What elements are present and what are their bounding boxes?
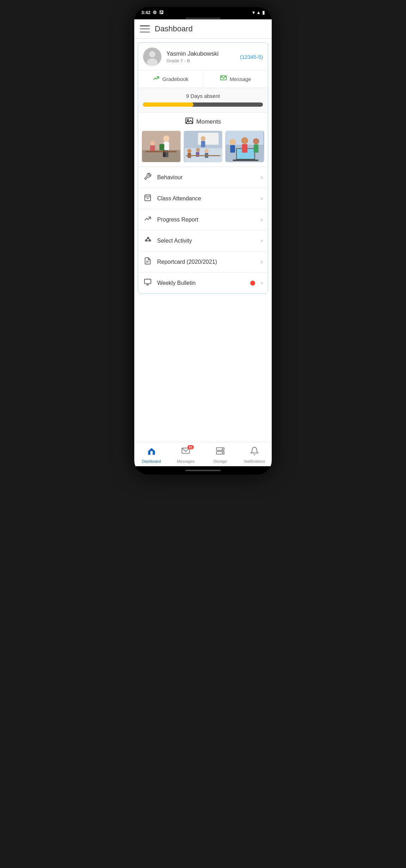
progress-report-label: Progress Report <box>157 217 258 223</box>
svg-rect-36 <box>242 144 248 152</box>
settings-icon: ⚙ <box>153 10 157 15</box>
moments-section: Moments <box>138 113 268 167</box>
gradebook-label: Gradebook <box>162 76 189 82</box>
bell-icon <box>250 447 259 458</box>
svg-point-8 <box>163 136 170 142</box>
moments-label: Moments <box>196 118 221 125</box>
message-icon <box>220 75 227 83</box>
class-attendance-icon <box>143 194 152 203</box>
weekly-bulletin-icon <box>143 278 152 288</box>
messages-badge-container: 61 <box>181 447 190 458</box>
svg-point-1 <box>149 51 155 57</box>
moment-photo-2[interactable] <box>184 131 223 162</box>
weekly-bulletin-label: Weekly Bulletin <box>157 280 250 286</box>
messages-badge: 61 <box>187 445 194 449</box>
student-card: Yasmin Jakubowski Grade 7 - B (12345-5) … <box>138 42 268 294</box>
battery-icon: ▮ <box>262 10 265 15</box>
dashboard-nav-label: Dashboard <box>142 459 161 463</box>
message-label: Message <box>230 76 251 82</box>
absence-text: 9 Days absent <box>143 93 263 99</box>
gradebook-icon <box>153 75 160 83</box>
reportcard-label: Reportcard (2020/2021) <box>157 259 258 265</box>
progress-report-icon <box>143 215 152 224</box>
weekly-bulletin-chevron: › <box>261 279 263 287</box>
bottom-nav: Dashboard 61 Messages <box>134 442 272 466</box>
behaviour-label: Behaviour <box>157 174 258 181</box>
svg-point-25 <box>204 149 209 153</box>
student-info: Yasmin Jakubowski Grade 7 - B <box>166 50 240 63</box>
notifications-nav-label: Notifications <box>244 459 265 463</box>
svg-point-37 <box>253 138 259 145</box>
avatar <box>143 48 161 66</box>
absence-progress-bar <box>143 102 263 107</box>
svg-point-56 <box>222 452 223 453</box>
moment-photo-1[interactable] <box>142 131 181 162</box>
svg-rect-32 <box>233 160 258 161</box>
moments-title: Moments <box>142 117 264 126</box>
absence-progress-fill <box>143 102 193 107</box>
menu-item-select-activity[interactable]: Select Activity › <box>138 230 268 251</box>
svg-point-55 <box>222 449 223 449</box>
moment-photo-3[interactable] <box>225 131 264 162</box>
reportcard-chevron: › <box>261 258 263 266</box>
svg-rect-49 <box>144 279 151 284</box>
reportcard-icon <box>143 257 152 267</box>
actions-row: Gradebook Message <box>138 70 268 88</box>
gradebook-button[interactable]: Gradebook <box>138 70 203 88</box>
class-attendance-label: Class Attendance <box>157 195 258 202</box>
nav-item-messages[interactable]: 61 Messages <box>169 445 203 465</box>
moments-icon <box>185 117 193 126</box>
svg-rect-9 <box>164 142 169 150</box>
svg-rect-12 <box>159 144 164 150</box>
behaviour-chevron: › <box>261 174 263 181</box>
top-bar: Dashboard <box>134 19 272 39</box>
student-grade: Grade 7 - B <box>166 58 240 63</box>
storage-nav-label: Storage <box>213 459 227 463</box>
behaviour-icon <box>143 173 152 182</box>
student-id: (12345-5) <box>240 54 263 60</box>
phone-bottom-bar <box>134 466 272 475</box>
mail-icon <box>181 448 190 457</box>
status-bar: 3:42 ⚙ 🖫 ▾ ▲ ▮ <box>134 7 272 17</box>
menu-button[interactable] <box>140 25 150 32</box>
nav-item-notifications[interactable]: Notifications <box>238 445 272 465</box>
menu-item-weekly-bulletin[interactable]: Weekly Bulletin › <box>138 273 268 293</box>
progress-report-chevron: › <box>261 216 263 223</box>
home-indicator <box>185 470 221 471</box>
student-header: Yasmin Jakubowski Grade 7 - B (12345-5) <box>138 43 268 70</box>
phone-shell: 3:42 ⚙ 🖫 ▾ ▲ ▮ Dashboard <box>134 7 272 475</box>
svg-rect-34 <box>230 145 235 153</box>
wifi-icon: ▾ <box>252 10 255 15</box>
svg-rect-27 <box>186 155 220 156</box>
storage-icon <box>216 447 225 458</box>
select-activity-label: Select Activity <box>157 238 258 244</box>
svg-point-35 <box>241 137 248 144</box>
select-activity-icon <box>143 236 152 245</box>
message-button[interactable]: Message <box>203 70 268 88</box>
svg-rect-39 <box>145 195 151 201</box>
svg-point-19 <box>201 136 205 141</box>
signal-icon: ▲ <box>256 10 261 15</box>
page-title: Dashboard <box>155 24 193 33</box>
svg-rect-20 <box>201 141 205 147</box>
svg-point-2 <box>147 58 158 66</box>
svg-point-13 <box>150 140 155 145</box>
menu-item-behaviour[interactable]: Behaviour › <box>138 167 268 188</box>
moments-images <box>142 131 264 162</box>
class-attendance-chevron: › <box>261 195 263 202</box>
messages-nav-label: Messages <box>177 459 195 463</box>
home-icon <box>147 447 156 458</box>
menu-item-class-attendance[interactable]: Class Attendance › <box>138 188 268 209</box>
nav-item-storage[interactable]: Storage <box>203 445 238 465</box>
nav-item-dashboard[interactable]: Dashboard <box>134 445 169 465</box>
svg-rect-14 <box>150 145 155 152</box>
svg-point-21 <box>187 149 191 153</box>
menu-item-progress-report[interactable]: Progress Report › <box>138 209 268 230</box>
svg-point-33 <box>230 139 236 145</box>
weekly-bulletin-badge <box>250 281 255 286</box>
select-activity-chevron: › <box>261 237 263 244</box>
menu-item-reportcard[interactable]: Reportcard (2020/2021) › <box>138 251 268 273</box>
svg-rect-38 <box>254 144 259 152</box>
sim-icon: 🖫 <box>159 10 164 15</box>
time-display: 3:42 <box>141 10 150 15</box>
